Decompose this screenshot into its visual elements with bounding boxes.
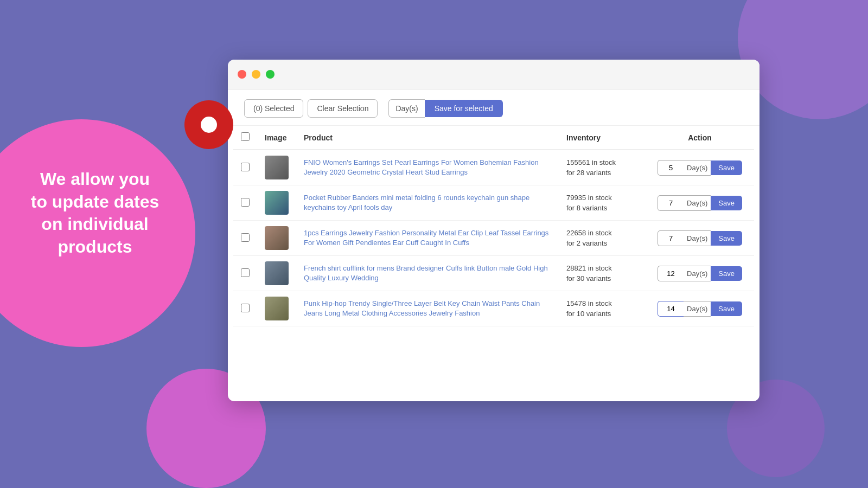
- row-checkbox[interactable]: [241, 304, 250, 312]
- traffic-red-btn[interactable]: [238, 70, 246, 79]
- product-link[interactable]: Pocket Rubber Banders mini metal folding…: [304, 194, 529, 211]
- bulk-days-wrapper: Day(s) Save for selected: [388, 99, 502, 118]
- product-link[interactable]: Punk Hip-hop Trendy Single/Three Layer B…: [304, 299, 540, 317]
- row-product-cell: Pocket Rubber Banders mini metal folding…: [296, 185, 559, 221]
- days-label: Day(s): [388, 99, 424, 118]
- action-wrapper: Day(s)Save: [653, 230, 746, 246]
- header-image: Image: [257, 126, 296, 150]
- row-product-cell: 1pcs Earrings Jewelry Fashion Personalit…: [296, 221, 559, 256]
- row-checkbox[interactable]: [241, 268, 250, 277]
- selected-button[interactable]: (0) Selected: [244, 99, 303, 118]
- row-product-cell: French shirt cufflink for mens Brand des…: [296, 256, 559, 291]
- save-row-button[interactable]: Save: [711, 266, 742, 281]
- inventory-text: 22658 in stockfor 2 variants: [566, 228, 638, 249]
- toolbar: (0) Selected Clear Selection Day(s) Save…: [228, 89, 760, 126]
- row-image-cell: [257, 185, 296, 221]
- save-row-button[interactable]: Save: [711, 301, 742, 316]
- row-action-cell: Day(s)Save: [646, 221, 754, 256]
- row-checkbox-cell: [233, 221, 257, 256]
- row-inventory-cell: 15478 in stockfor 10 variants: [559, 291, 646, 326]
- days-input[interactable]: [658, 195, 684, 211]
- row-action-cell: Day(s)Save: [646, 256, 754, 291]
- days-suffix-label: Day(s): [684, 195, 711, 211]
- header-product: Product: [296, 126, 559, 150]
- product-table: Image Product Inventory Action FNIO Wome…: [233, 126, 754, 326]
- product-table-wrapper: Image Product Inventory Action FNIO Wome…: [228, 126, 760, 326]
- days-input[interactable]: [658, 230, 684, 246]
- header-action: Action: [646, 126, 754, 150]
- action-wrapper: Day(s)Save: [653, 301, 746, 317]
- table-row: Pocket Rubber Banders mini metal folding…: [233, 185, 754, 221]
- row-checkbox[interactable]: [241, 198, 250, 207]
- left-hero-text: We allow you to update dates on individu…: [11, 168, 179, 258]
- action-wrapper: Day(s)Save: [653, 195, 746, 211]
- row-inventory-cell: 22658 in stockfor 2 variants: [559, 221, 646, 256]
- inventory-text: 79935 in stockfor 8 variants: [566, 192, 638, 214]
- product-link[interactable]: French shirt cufflink for mens Brand des…: [304, 264, 548, 282]
- product-thumbnail: [265, 191, 289, 215]
- select-all-checkbox[interactable]: [241, 132, 250, 141]
- row-checkbox[interactable]: [241, 163, 250, 171]
- row-product-cell: FNIO Women's Earrings Set Pearl Earrings…: [296, 150, 559, 185]
- row-inventory-cell: 28821 in stockfor 30 variants: [559, 256, 646, 291]
- row-checkbox[interactable]: [241, 233, 250, 242]
- action-wrapper: Day(s)Save: [653, 266, 746, 281]
- row-image-cell: [257, 291, 296, 326]
- row-checkbox-cell: [233, 256, 257, 291]
- save-row-button[interactable]: Save: [711, 231, 742, 246]
- action-wrapper: Day(s)Save: [653, 160, 746, 176]
- days-input[interactable]: [658, 301, 684, 317]
- row-checkbox-cell: [233, 150, 257, 185]
- save-for-selected-button[interactable]: Save for selected: [425, 100, 503, 117]
- inventory-text: 15478 in stockfor 10 variants: [566, 298, 638, 319]
- product-link[interactable]: 1pcs Earrings Jewelry Fashion Personalit…: [304, 229, 548, 247]
- table-row: Punk Hip-hop Trendy Single/Three Layer B…: [233, 291, 754, 326]
- row-checkbox-cell: [233, 185, 257, 221]
- days-input[interactable]: [658, 266, 684, 281]
- header-checkbox-cell: [233, 126, 257, 150]
- browser-window: (0) Selected Clear Selection Day(s) Save…: [228, 60, 760, 401]
- row-action-cell: Day(s)Save: [646, 291, 754, 326]
- row-image-cell: [257, 150, 296, 185]
- table-header-row: Image Product Inventory Action: [233, 126, 754, 150]
- product-thumbnail: [265, 156, 289, 179]
- product-thumbnail: [265, 226, 289, 250]
- table-row: FNIO Women's Earrings Set Pearl Earrings…: [233, 150, 754, 185]
- inventory-text: 28821 in stockfor 30 variants: [566, 263, 638, 284]
- record-button[interactable]: [184, 100, 233, 149]
- row-checkbox-cell: [233, 291, 257, 326]
- inventory-text: 155561 in stockfor 28 variants: [566, 157, 638, 178]
- traffic-green-btn[interactable]: [266, 70, 275, 79]
- row-image-cell: [257, 256, 296, 291]
- product-thumbnail: [265, 261, 289, 285]
- browser-titlebar: [228, 60, 760, 89]
- product-thumbnail: [265, 297, 289, 320]
- save-row-button[interactable]: Save: [711, 196, 742, 210]
- clear-selection-button[interactable]: Clear Selection: [308, 99, 378, 118]
- row-inventory-cell: 155561 in stockfor 28 variants: [559, 150, 646, 185]
- table-row: 1pcs Earrings Jewelry Fashion Personalit…: [233, 221, 754, 256]
- row-inventory-cell: 79935 in stockfor 8 variants: [559, 185, 646, 221]
- traffic-yellow-btn[interactable]: [252, 70, 260, 79]
- days-suffix-label: Day(s): [684, 301, 711, 317]
- days-suffix-label: Day(s): [684, 230, 711, 246]
- row-action-cell: Day(s)Save: [646, 185, 754, 221]
- row-image-cell: [257, 221, 296, 256]
- header-inventory: Inventory: [559, 126, 646, 150]
- days-suffix-label: Day(s): [684, 160, 711, 176]
- days-input[interactable]: [658, 160, 684, 176]
- save-row-button[interactable]: Save: [711, 160, 742, 175]
- days-suffix-label: Day(s): [684, 266, 711, 281]
- row-product-cell: Punk Hip-hop Trendy Single/Three Layer B…: [296, 291, 559, 326]
- row-action-cell: Day(s)Save: [646, 150, 754, 185]
- product-link[interactable]: FNIO Women's Earrings Set Pearl Earrings…: [304, 158, 539, 176]
- record-inner-dot: [201, 117, 217, 133]
- table-row: French shirt cufflink for mens Brand des…: [233, 256, 754, 291]
